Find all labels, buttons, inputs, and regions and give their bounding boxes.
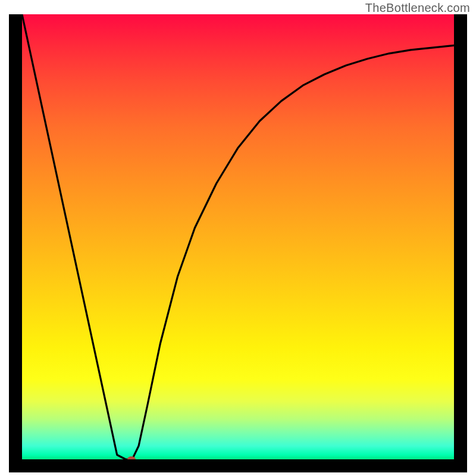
plot-area bbox=[22, 14, 454, 459]
bottleneck-curve bbox=[22, 14, 454, 459]
chart-frame: TheBottleneck.com bbox=[0, 0, 476, 476]
plot-border bbox=[9, 14, 467, 472]
optimal-point-marker bbox=[127, 456, 136, 459]
watermark-text: TheBottleneck.com bbox=[365, 1, 470, 15]
